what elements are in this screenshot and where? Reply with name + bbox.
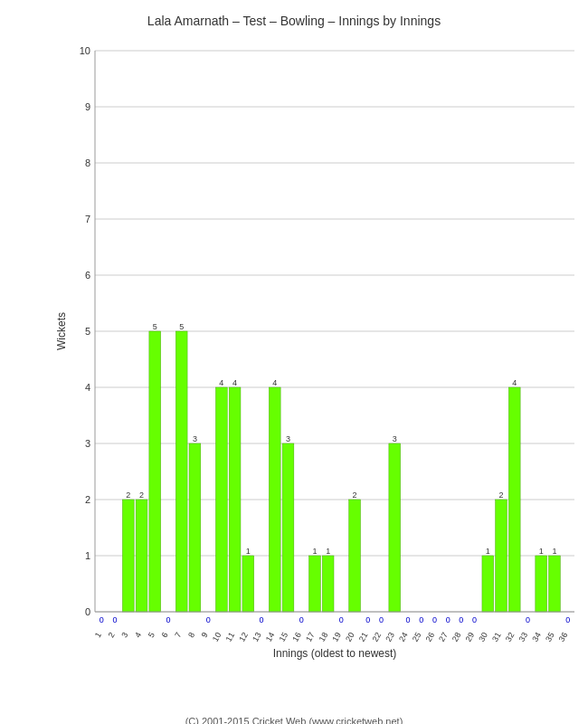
svg-text:1: 1 — [312, 547, 317, 556]
svg-text:1: 1 — [326, 547, 330, 556]
svg-text:0: 0 — [446, 615, 450, 624]
svg-rect-38 — [175, 331, 187, 612]
svg-rect-41 — [189, 443, 201, 612]
svg-text:0: 0 — [405, 615, 410, 624]
svg-text:4: 4 — [232, 378, 237, 387]
svg-text:5: 5 — [179, 322, 184, 331]
svg-text:Wickets: Wickets — [55, 312, 68, 350]
svg-text:0: 0 — [166, 615, 170, 624]
svg-text:17: 17 — [304, 631, 317, 643]
svg-rect-33 — [149, 331, 161, 612]
svg-text:18: 18 — [318, 631, 330, 643]
svg-text:1: 1 — [539, 547, 544, 556]
svg-text:2: 2 — [499, 491, 504, 500]
svg-rect-80 — [389, 443, 401, 612]
svg-text:Innings (oldest to newest): Innings (oldest to newest) — [273, 647, 397, 660]
svg-rect-46 — [216, 387, 228, 612]
svg-text:27: 27 — [437, 631, 450, 643]
svg-rect-68 — [322, 556, 334, 612]
svg-text:3: 3 — [193, 434, 197, 443]
svg-text:15: 15 — [278, 631, 290, 643]
svg-rect-73 — [349, 500, 361, 612]
svg-text:7: 7 — [173, 631, 183, 639]
svg-text:19: 19 — [330, 631, 343, 643]
svg-text:28: 28 — [450, 631, 463, 643]
svg-text:21: 21 — [357, 631, 370, 643]
svg-text:30: 30 — [477, 631, 489, 643]
svg-text:8: 8 — [85, 157, 90, 168]
svg-text:14: 14 — [264, 631, 277, 643]
svg-rect-65 — [309, 556, 321, 612]
svg-text:0: 0 — [85, 606, 90, 617]
svg-text:10: 10 — [80, 45, 90, 56]
svg-text:34: 34 — [530, 631, 543, 643]
svg-text:7: 7 — [85, 214, 90, 224]
svg-text:0: 0 — [419, 615, 423, 624]
svg-text:1: 1 — [552, 547, 556, 556]
svg-text:1: 1 — [246, 547, 251, 556]
svg-rect-60 — [282, 443, 294, 612]
svg-text:36: 36 — [557, 631, 570, 643]
svg-text:35: 35 — [544, 631, 556, 643]
svg-text:32: 32 — [504, 631, 517, 643]
svg-text:0: 0 — [260, 615, 264, 624]
svg-text:10: 10 — [211, 631, 223, 643]
chart-title: Lala Amarnath – Test – Bowling – Innings… — [9, 14, 579, 28]
svg-text:6: 6 — [160, 631, 170, 639]
svg-rect-57 — [269, 387, 280, 612]
svg-text:5: 5 — [153, 322, 157, 331]
svg-text:0: 0 — [206, 615, 211, 624]
svg-rect-98 — [496, 500, 507, 612]
svg-rect-49 — [229, 387, 241, 612]
svg-text:4: 4 — [272, 378, 277, 387]
svg-text:0: 0 — [432, 615, 437, 624]
svg-text:8: 8 — [186, 631, 196, 639]
svg-text:23: 23 — [384, 631, 396, 643]
svg-text:0: 0 — [299, 615, 304, 624]
svg-text:0: 0 — [365, 615, 370, 624]
svg-text:0: 0 — [526, 615, 530, 624]
svg-text:0: 0 — [565, 615, 570, 624]
svg-text:2: 2 — [85, 494, 90, 505]
chart-container: Lala Amarnath – Test – Bowling – Innings… — [0, 0, 588, 724]
svg-text:2: 2 — [353, 491, 357, 500]
svg-text:9: 9 — [85, 101, 90, 112]
svg-text:3: 3 — [393, 434, 397, 443]
svg-rect-106 — [536, 556, 547, 612]
svg-text:25: 25 — [411, 631, 423, 643]
svg-text:29: 29 — [464, 631, 477, 643]
svg-text:0: 0 — [113, 615, 118, 624]
svg-text:2: 2 — [107, 631, 117, 639]
svg-rect-27 — [122, 500, 134, 612]
svg-text:2: 2 — [126, 491, 130, 500]
svg-text:1: 1 — [486, 547, 490, 556]
chart-footer: (C) 2001-2015 Cricket Web (www.cricketwe… — [9, 716, 579, 724]
svg-text:4: 4 — [85, 382, 90, 393]
svg-text:20: 20 — [344, 631, 356, 643]
svg-text:9: 9 — [200, 631, 210, 639]
svg-text:2: 2 — [139, 491, 144, 500]
svg-text:33: 33 — [517, 631, 530, 643]
svg-text:0: 0 — [339, 615, 344, 624]
svg-text:5: 5 — [147, 631, 156, 639]
svg-rect-101 — [508, 387, 520, 612]
svg-text:31: 31 — [490, 631, 503, 643]
svg-text:12: 12 — [237, 631, 250, 643]
svg-text:0: 0 — [472, 615, 477, 624]
svg-text:26: 26 — [423, 631, 436, 643]
svg-text:13: 13 — [251, 631, 263, 643]
svg-rect-109 — [549, 556, 561, 612]
svg-text:3: 3 — [286, 434, 290, 443]
svg-rect-95 — [482, 556, 494, 612]
svg-text:1: 1 — [93, 631, 103, 639]
svg-text:4: 4 — [133, 631, 143, 639]
svg-text:4: 4 — [512, 378, 517, 387]
svg-text:16: 16 — [290, 631, 303, 643]
svg-text:5: 5 — [85, 326, 90, 337]
svg-text:24: 24 — [397, 631, 410, 643]
svg-text:4: 4 — [219, 378, 223, 387]
svg-text:0: 0 — [459, 615, 463, 624]
svg-rect-52 — [242, 556, 254, 612]
svg-text:11: 11 — [224, 631, 237, 643]
svg-text:0: 0 — [379, 615, 384, 624]
